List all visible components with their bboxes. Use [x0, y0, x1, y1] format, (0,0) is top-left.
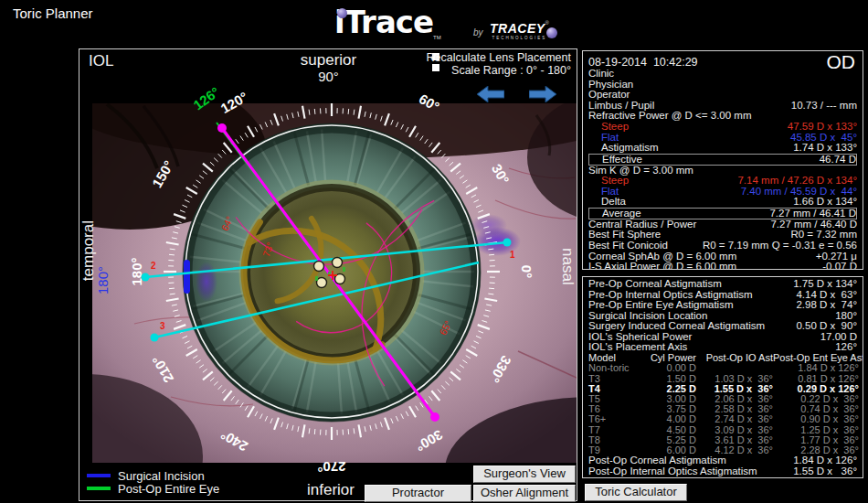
pre-op-row: Pre-Op Corneal Astigmatism1.75 D x 134° [588, 279, 857, 290]
info-row: Steep7.14 mm / 47.26 D x 134° [588, 176, 857, 187]
info-row: Delta1.66 D x 134° [588, 197, 857, 208]
info-rows: ClinicPhysicianOperatorLimbus / Pupil10.… [588, 69, 857, 270]
iol-axis-handle[interactable] [217, 123, 227, 133]
toric-planner-window: Toric Planner iTraceTM by TRACEY® TECHNO… [0, 0, 868, 503]
eye-overlay: 64°73°65°0°30°60°120°150°180°210°240°270… [79, 49, 577, 500]
scale-range-label: Scale Range : 0° - 180° [451, 64, 571, 77]
tracey-logo: TRACEY® TECHNOLOGIES [490, 20, 549, 40]
mode-label-iol: IOL [89, 52, 113, 70]
orientation-nasal: nasal [558, 248, 577, 285]
orientation-inferior: inferior [285, 481, 376, 499]
protractor-degree-label: 270° [317, 459, 345, 475]
rotate-left-arrow-icon[interactable] [477, 86, 504, 102]
surgeons-view-button[interactable]: Surgeon's View [473, 466, 576, 483]
incision-bruise-left [196, 262, 217, 302]
pre-op-row: Pre-Op Entire Eye Astigmatism2.98 D x 74… [588, 300, 857, 311]
pre-op-row: IOL's Placement Axis126° [588, 342, 857, 353]
legend: Surgical Incision Post-Op Entire Eye [87, 469, 219, 495]
legend-post-op-entire-eye: Post-Op Entire Eye [87, 482, 219, 495]
info-row: Effective46.74 D [588, 154, 857, 166]
exam-datetime: 08-19-2014 10:42:29 [588, 56, 698, 69]
post-op-rows: Post-Op Corneal Astigmatism1.84 D x 126°… [588, 455, 857, 478]
toric-calculator-button[interactable]: Toric Calculator [585, 484, 687, 501]
table-header-cell: Post-Op IO Ast [696, 353, 773, 364]
info-row: Steep47.59 D x 133° [588, 122, 857, 133]
alignment-point-handle[interactable] [503, 239, 512, 247]
alignment-point-handle[interactable] [151, 334, 159, 342]
itrace-logo-text: iTrace [334, 4, 433, 40]
rotate-right-arrow-icon[interactable] [529, 86, 556, 102]
protractor-degree-label: 0° [519, 265, 535, 278]
recalculate-label: Recalculate Lens Placement [427, 51, 571, 64]
info-row: Astigmatism1.74 D x 133° [588, 143, 857, 154]
alignment-point-number: 2 [151, 261, 156, 271]
logo-by-text: by [473, 27, 483, 37]
top-bar: Toric Planner iTraceTM by TRACEY® TECHNO… [0, 0, 868, 46]
protractor-button[interactable]: Protractor [365, 485, 471, 502]
iol-axis-handle[interactable] [430, 412, 439, 422]
alignment-point-handle[interactable] [142, 273, 150, 282]
itrace-dot-icon [337, 8, 347, 18]
post-op-entire-eye-swatch [87, 487, 111, 490]
osher-alignment-button[interactable]: Osher Alignment [473, 485, 576, 502]
table-row-t6+[interactable]: T6+4.00 D2.74 D x 36°0.90 D x 36° [588, 414, 857, 424]
post-op-row: Post-Op Entire Eye Astigmatism0.29 D x 1… [588, 476, 857, 478]
eye-od-label: OD [827, 51, 856, 73]
info-row: Best Fit ConicoidR0 = 7.19 mm Q = -0.31 … [588, 241, 857, 252]
pre-op-row: Surgery Induced Corneal Astigmatism0.50 … [588, 321, 857, 332]
orientation-superior: superior [290, 51, 367, 70]
orientation-superior-deg: 90° [290, 69, 367, 84]
surgical-incision-swatch [87, 474, 111, 477]
surgical-incision-mark [184, 260, 190, 294]
alignment-point-number: 1 [510, 250, 515, 260]
model-table-rows: Non-toric0.00 D1.84 D x 126°T31.50 D1.03… [588, 363, 857, 455]
tracey-sphere-icon [546, 27, 557, 38]
itrace-logo: iTraceTM by TRACEY® TECHNOLOGIES [334, 4, 441, 44]
surgery-view-panel: 64°73°65°0°30°60°120°150°180°210°240°270… [79, 48, 577, 501]
info-row: Average7.27 mm / 46.41 D [588, 208, 857, 219]
info-row: Clinic [588, 69, 857, 80]
pre-op-rows: Pre-Op Corneal Astigmatism1.75 D x 134°P… [588, 279, 857, 353]
post-op-row: Post-Op Corneal Astigmatism1.84 D x 126° [588, 455, 857, 466]
legend-surgical-incision: Surgical Incision [87, 469, 219, 482]
itrace-tm: TM [433, 35, 441, 40]
exam-info-panel: 08-19-2014 10:42:29 OD ClinicPhysicianOp… [582, 50, 863, 270]
alignment-point-number: 3 [160, 321, 165, 331]
eye-photo [79, 71, 577, 500]
incision-axis-label: 180° [95, 266, 111, 294]
table-row-non-toric[interactable]: Non-toric0.00 D1.84 D x 126° [588, 363, 857, 373]
scale-range-checkbox[interactable] [432, 64, 439, 71]
info-row: I-S Axial Power @ D = 6.00 mm-0.07 D [588, 262, 857, 270]
page-title: Toric Planner [13, 5, 93, 21]
protractor-degree-label: 180° [129, 257, 144, 285]
astigmatism-panel: Pre-Op Corneal Astigmatism1.75 D x 134°P… [582, 276, 863, 478]
